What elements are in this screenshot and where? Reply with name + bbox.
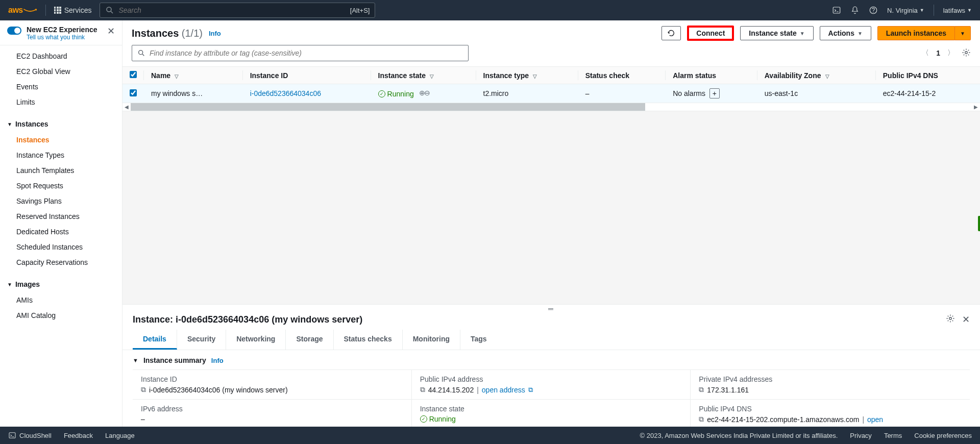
instance-state-button[interactable]: Instance state▼ [740,26,813,40]
col-instance-type[interactable]: Instance type▽ [476,67,578,84]
col-availability-zone[interactable]: Availability Zone▽ [757,67,876,84]
launch-instances-dropdown[interactable]: ▼ [955,26,971,40]
cloudshell-icon[interactable] [832,6,841,15]
account-menu[interactable]: latifaws ▼ [943,7,972,14]
cell-instance-id[interactable]: i-0de6d523664034c06 [250,89,321,97]
sidebar: New EC2 Experience Tell us what you thin… [0,20,122,427]
col-status-check[interactable]: Status check [578,67,666,84]
sidebar-item-dedicated-hosts[interactable]: Dedicated Hosts [0,224,122,239]
sidebar-group-images[interactable]: ▼Images [0,276,122,292]
row-checkbox[interactable] [130,89,137,96]
caret-down-icon: ▼ [800,31,805,36]
search-input[interactable] [118,6,346,14]
prev-page[interactable]: 〈 [922,48,929,58]
connect-button[interactable]: Connect [687,26,734,41]
filter-input[interactable] [150,49,463,57]
tab-storage[interactable]: Storage [286,330,333,350]
tab-details[interactable]: Details [133,330,177,350]
col-instance-id[interactable]: Instance ID [243,67,371,84]
copy-icon[interactable]: ⧉ [420,385,425,394]
resize-handle[interactable]: ═ [122,305,980,312]
select-all-checkbox[interactable] [130,71,137,78]
col-public-dns[interactable]: Public IPv4 DNS [876,67,980,84]
details-title: Instance: i-0de6d523664034c06 (my window… [133,314,362,325]
sidebar-item-instance-types[interactable]: Instance Types [0,147,122,163]
sidebar-item-scheduled-instances[interactable]: Scheduled Instances [0,239,122,255]
svg-line-1 [111,11,113,13]
panel-settings[interactable] [946,314,955,326]
terms-link[interactable]: Terms [884,432,902,439]
svg-point-7 [965,51,968,54]
next-page[interactable]: 〉 [947,48,954,58]
caret-down-icon: ▼ [960,31,965,36]
sidebar-item-launch-templates[interactable]: Launch Templates [0,163,122,178]
sidebar-item-global-view[interactable]: EC2 Global View [0,64,122,79]
tab-networking[interactable]: Networking [226,330,286,350]
col-name[interactable]: Name▽ [144,67,243,84]
check-icon: ✓ [378,90,385,97]
language-link[interactable]: Language [105,432,135,439]
actions-button[interactable]: Actions▼ [820,26,871,40]
sort-icon[interactable]: ▽ [175,73,179,79]
gear-icon [946,314,955,323]
info-link[interactable]: Info [209,30,221,37]
sidebar-item-dashboard[interactable]: EC2 Dashboard [0,48,122,64]
copy-icon[interactable]: ⧉ [141,385,146,394]
feedback-link[interactable]: Feedback [64,432,93,439]
col-instance-state[interactable]: Instance state▽ [371,67,476,84]
help-icon[interactable] [869,6,878,15]
cloudshell-button[interactable]: CloudShell [8,431,52,439]
sidebar-item-events[interactable]: Events [0,79,122,94]
open-address-link[interactable]: open address [482,386,525,394]
tab-security[interactable]: Security [177,330,226,350]
caret-down-icon: ▼ [857,31,863,36]
zoom-icon[interactable]: ⊕⊖ [419,89,429,97]
notifications-icon[interactable] [850,6,860,15]
table-row[interactable]: my windows s… i-0de6d523664034c06 ✓Runni… [122,84,980,103]
cookies-link[interactable]: Cookie preferences [914,432,972,439]
tab-monitoring[interactable]: Monitoring [403,330,460,350]
sidebar-item-spot-requests[interactable]: Spot Requests [0,178,122,193]
aws-logo[interactable]: aws [8,6,37,15]
sidebar-item-amis[interactable]: AMIs [0,292,122,308]
sidebar-item-reserved-instances[interactable]: Reserved Instances [0,209,122,224]
copy-icon[interactable]: ⧉ [699,385,704,394]
privacy-link[interactable]: Privacy [850,432,872,439]
value-instance-id: i-0de6d523664034c06 (my windows server) [149,386,288,394]
svg-point-5 [139,51,143,55]
info-link[interactable]: Info [211,357,224,364]
services-menu[interactable]: Services [54,6,92,14]
experience-toggle[interactable] [7,27,21,35]
sidebar-item-instances[interactable]: Instances [0,132,122,147]
close-panel[interactable]: ✕ [962,314,970,326]
sidebar-item-capacity-reservations[interactable]: Capacity Reservations [0,255,122,270]
sort-icon[interactable]: ▽ [533,73,537,79]
instance-summary-header[interactable]: ▼ Instance summary Info [122,350,980,367]
sidebar-item-ami-catalog[interactable]: AMI Catalog [0,308,122,323]
sidebar-item-limits[interactable]: Limits [0,94,122,110]
side-handle[interactable] [978,216,980,231]
filter-input-wrapper[interactable] [132,45,469,61]
horizontal-scrollbar[interactable]: ◀▶ [122,103,980,111]
sidebar-group-instances[interactable]: ▼Instances [0,116,122,132]
sort-icon[interactable]: ▽ [825,73,829,79]
sort-icon[interactable]: ▽ [430,73,434,79]
new-experience-banner: New EC2 Experience Tell us what you thin… [0,20,122,45]
table-settings[interactable] [962,48,971,59]
tab-status-checks[interactable]: Status checks [334,330,403,350]
page-header: Instances (1/1) Info Connect Instance st… [122,20,980,43]
add-alarm-button[interactable]: + [709,88,720,98]
empty-space [122,111,980,304]
refresh-button[interactable] [662,26,681,40]
launch-instances-button[interactable]: Launch instances [877,26,955,40]
global-search[interactable]: [Alt+S] [100,3,375,18]
region-selector[interactable]: N. Virginia ▼ [887,7,924,14]
caret-down-icon: ▼ [7,121,12,127]
copy-icon[interactable]: ⧉ [699,415,704,424]
feedback-link[interactable]: Tell us what you think [27,34,97,41]
close-icon[interactable]: ✕ [107,26,115,37]
sidebar-item-savings-plans[interactable]: Savings Plans [0,193,122,209]
col-alarm-status[interactable]: Alarm status [666,67,757,84]
tab-tags[interactable]: Tags [460,330,497,350]
open-dns-link[interactable]: open [867,415,883,424]
